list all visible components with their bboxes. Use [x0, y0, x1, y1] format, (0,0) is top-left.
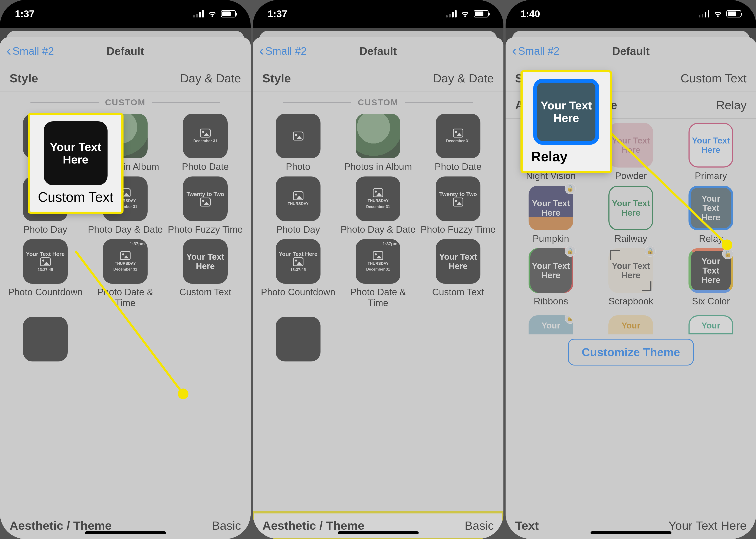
home-indicator[interactable] — [85, 531, 166, 534]
photo-icon — [453, 128, 463, 137]
aesthetic-label: Aesthetic / Theme — [262, 518, 364, 532]
theme-caption-ribbons: Ribbons — [534, 296, 568, 307]
style-tile-photo-day: THURSDAY — [276, 177, 320, 221]
style-caption-custom-text: Custom Text — [179, 287, 231, 298]
chevron-left-icon: ‹ — [512, 43, 517, 58]
style-cell-photo-day[interactable]: THURSDAYPhoto Day — [259, 177, 337, 235]
nav-back-label: Small #2 — [518, 45, 560, 57]
style-cell-photo-fuzzy-time[interactable]: Twenty to TwoPhoto Fuzzy Time — [166, 177, 244, 235]
style-header-row[interactable]: Style Day & Date — [0, 65, 251, 92]
card-stack-front: ‹ Small #2 Default Style Day & Date CUST… — [0, 37, 251, 539]
style-caption-photo-day-date: Photo Day & Date — [88, 224, 163, 235]
callout-tile: Your Text Here — [533, 79, 599, 145]
style-caption-custom-text: Custom Text — [432, 287, 484, 298]
nav-back-button[interactable]: ‹ Small #2 — [6, 44, 54, 58]
style-cell-custom-text[interactable]: Your Text HereCustom Text — [419, 239, 497, 308]
style-caption-photo-day: Photo Day — [276, 224, 320, 235]
customize-theme-button[interactable]: Customize Theme — [568, 339, 694, 365]
theme-cell-scrapbook[interactable]: Your Text Here🔒Scrapbook — [592, 248, 670, 307]
theme-cell-partial-1[interactable]: Your🔒 — [512, 315, 590, 335]
style-cell-photo-date-time[interactable]: 1:37pmTHURSDAYDecember 31Photo Date & Ti… — [86, 239, 164, 308]
style-cell-photo-fuzzy-time[interactable]: Twenty to TwoPhoto Fuzzy Time — [419, 177, 497, 235]
style-header-row[interactable]: Style Day & Date — [253, 65, 503, 92]
photo-icon — [373, 251, 383, 260]
style-cell-photo[interactable]: Photo — [259, 114, 337, 172]
wifi-icon — [461, 9, 470, 19]
aesthetic-theme-row[interactable]: Aesthetic / Theme Basic — [253, 512, 503, 539]
theme-caption-night-vision: Night Vision — [526, 171, 576, 181]
battery-icon — [726, 10, 741, 18]
theme-caption-pumpkin: Pumpkin — [533, 233, 569, 244]
lock-icon: 🔒 — [565, 246, 576, 257]
style-grid-partial — [0, 317, 251, 370]
status-icons — [699, 9, 741, 19]
theme-cell-partial-3[interactable]: Your — [672, 315, 750, 335]
style-cell-photo-countdown[interactable]: Your Text Here13:37:45Photo Countdown — [259, 239, 337, 308]
custom-section-label: CUSTOM — [253, 92, 503, 110]
theme-caption-relay: Relay — [699, 233, 723, 244]
photo-icon — [120, 251, 130, 260]
theme-tile-primary: Your Text Here — [689, 123, 733, 168]
status-bar: 1:37 — [0, 0, 251, 28]
style-cell-photo-date-time[interactable]: 1:37pmTHURSDAYDecember 31Photo Date & Ti… — [339, 239, 417, 308]
photo-icon — [40, 257, 51, 266]
cellular-icon — [699, 10, 710, 18]
navbar: ‹ Small #2 Default — [506, 37, 756, 65]
style-cell-photo-day-date[interactable]: THURSDAYDecember 31Photo Day & Date — [339, 177, 417, 235]
nav-back-button[interactable]: ‹ Small #2 — [259, 44, 307, 58]
lock-icon: 🔒 — [565, 315, 573, 324]
home-indicator[interactable] — [591, 531, 671, 534]
style-tile-custom-text: Your Text Here — [183, 239, 228, 284]
chevron-left-icon: ‹ — [6, 43, 11, 58]
callout-relay: Your Text Here Relay — [523, 72, 610, 171]
theme-cell-partial-2[interactable]: Your — [592, 315, 670, 335]
theme-tile-scrapbook: Your Text Here🔒 — [609, 248, 653, 293]
style-caption-photo-fuzzy-time: Photo Fuzzy Time — [168, 224, 243, 235]
photo-icon — [293, 257, 303, 266]
style-label: Style — [10, 71, 38, 85]
wifi-icon — [713, 9, 722, 19]
style-cell-photos-in-album[interactable]: Photos in Album — [339, 114, 417, 172]
aesthetic-theme-row[interactable]: Aesthetic / Theme Basic — [0, 512, 251, 539]
home-indicator[interactable] — [338, 531, 419, 534]
status-time: 1:37 — [15, 8, 193, 20]
theme-caption-six-color: Six Color — [692, 296, 730, 307]
text-row[interactable]: Text Your Text Here — [506, 512, 756, 539]
wifi-icon — [208, 9, 217, 19]
theme-tile-relay: Your Text Here — [689, 186, 733, 230]
style-caption-photo-fuzzy-time: Photo Fuzzy Time — [421, 224, 496, 235]
theme-cell-six-color[interactable]: Your Text Here🔒Six Color — [672, 248, 750, 307]
style-cell-photo-date[interactable]: December 31Photo Date — [166, 114, 244, 172]
theme-cell-railway[interactable]: Your Text HereRailway — [592, 186, 670, 244]
theme-tile-railway: Your Text Here — [609, 186, 653, 230]
style-cell-custom-text[interactable]: Your Text HereCustom Text — [166, 239, 244, 308]
cellular-icon — [193, 10, 204, 18]
style-caption-photo-date-time: Photo Date & Time — [339, 287, 417, 308]
style-caption-photo-day-date: Photo Day & Date — [341, 224, 415, 235]
style-tile-photo-date-time: 1:37pmTHURSDAYDecember 31 — [356, 239, 400, 284]
callout-tile: Your Text Here — [43, 121, 108, 185]
text-row-value: Your Text Here — [668, 518, 747, 532]
style-caption-photo-date: Photo Date — [435, 161, 481, 172]
theme-cell-primary[interactable]: Your Text HerePrimary — [672, 123, 750, 181]
style-value: Custom Text — [681, 71, 747, 85]
nav-back-label: Small #2 — [13, 45, 54, 57]
phone-panel-3: 1:40 ‹ Small #2 Default Style — [506, 0, 756, 539]
style-cell-extra[interactable] — [6, 317, 84, 361]
nav-back-label: Small #2 — [265, 45, 307, 57]
theme-caption-powder: Powder — [615, 171, 647, 181]
style-value: Day & Date — [180, 71, 241, 85]
style-cell-photo-date[interactable]: December 31Photo Date — [419, 114, 497, 172]
theme-cell-relay[interactable]: Your Text HereRelay — [672, 186, 750, 244]
lock-icon: 🔒 — [565, 183, 576, 194]
style-cell-photo-countdown[interactable]: Your Text Here13:37:45Photo Countdown — [6, 239, 84, 308]
style-tile-photo-countdown: Your Text Here13:37:45 — [276, 239, 320, 284]
style-tile-extra — [23, 317, 68, 361]
nav-back-button[interactable]: ‹ Small #2 — [512, 44, 559, 58]
custom-section-label: CUSTOM — [0, 92, 251, 110]
style-tile-photo-fuzzy-time: Twenty to Two — [183, 177, 228, 221]
status-time: 1:40 — [521, 8, 699, 20]
theme-cell-ribbons[interactable]: Your Text Here🔒Ribbons — [512, 248, 590, 307]
style-cell-extra[interactable] — [259, 317, 337, 361]
theme-cell-pumpkin[interactable]: Your Text Here🔒Pumpkin — [512, 186, 590, 244]
